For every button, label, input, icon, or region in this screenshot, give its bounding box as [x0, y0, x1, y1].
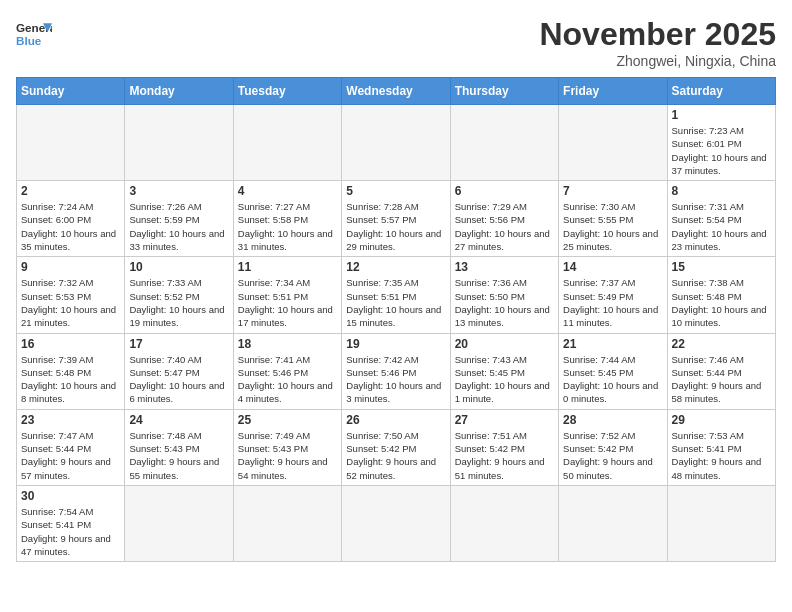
- day-info: Sunrise: 7:53 AM Sunset: 5:41 PM Dayligh…: [672, 429, 771, 482]
- day-number: 29: [672, 413, 771, 427]
- calendar-table: SundayMondayTuesdayWednesdayThursdayFrid…: [16, 77, 776, 562]
- calendar-cell: 29Sunrise: 7:53 AM Sunset: 5:41 PM Dayli…: [667, 409, 775, 485]
- calendar-cell: 15Sunrise: 7:38 AM Sunset: 5:48 PM Dayli…: [667, 257, 775, 333]
- calendar-cell: 21Sunrise: 7:44 AM Sunset: 5:45 PM Dayli…: [559, 333, 667, 409]
- calendar-cell: 25Sunrise: 7:49 AM Sunset: 5:43 PM Dayli…: [233, 409, 341, 485]
- calendar-cell: 10Sunrise: 7:33 AM Sunset: 5:52 PM Dayli…: [125, 257, 233, 333]
- day-number: 6: [455, 184, 554, 198]
- calendar-cell: 1Sunrise: 7:23 AM Sunset: 6:01 PM Daylig…: [667, 105, 775, 181]
- day-info: Sunrise: 7:27 AM Sunset: 5:58 PM Dayligh…: [238, 200, 337, 253]
- day-number: 1: [672, 108, 771, 122]
- day-info: Sunrise: 7:32 AM Sunset: 5:53 PM Dayligh…: [21, 276, 120, 329]
- day-number: 19: [346, 337, 445, 351]
- day-number: 20: [455, 337, 554, 351]
- day-number: 7: [563, 184, 662, 198]
- day-number: 17: [129, 337, 228, 351]
- calendar-week-5: 23Sunrise: 7:47 AM Sunset: 5:44 PM Dayli…: [17, 409, 776, 485]
- day-number: 4: [238, 184, 337, 198]
- calendar-cell: 4Sunrise: 7:27 AM Sunset: 5:58 PM Daylig…: [233, 181, 341, 257]
- day-info: Sunrise: 7:30 AM Sunset: 5:55 PM Dayligh…: [563, 200, 662, 253]
- calendar-cell: 22Sunrise: 7:46 AM Sunset: 5:44 PM Dayli…: [667, 333, 775, 409]
- day-number: 21: [563, 337, 662, 351]
- calendar-cell: 11Sunrise: 7:34 AM Sunset: 5:51 PM Dayli…: [233, 257, 341, 333]
- calendar-header-row: SundayMondayTuesdayWednesdayThursdayFrid…: [17, 78, 776, 105]
- day-info: Sunrise: 7:43 AM Sunset: 5:45 PM Dayligh…: [455, 353, 554, 406]
- calendar-cell: 3Sunrise: 7:26 AM Sunset: 5:59 PM Daylig…: [125, 181, 233, 257]
- calendar-cell: [17, 105, 125, 181]
- calendar-cell: [450, 485, 558, 561]
- day-header-monday: Monday: [125, 78, 233, 105]
- day-number: 25: [238, 413, 337, 427]
- calendar-cell: 23Sunrise: 7:47 AM Sunset: 5:44 PM Dayli…: [17, 409, 125, 485]
- day-number: 8: [672, 184, 771, 198]
- day-number: 13: [455, 260, 554, 274]
- day-info: Sunrise: 7:40 AM Sunset: 5:47 PM Dayligh…: [129, 353, 228, 406]
- day-info: Sunrise: 7:51 AM Sunset: 5:42 PM Dayligh…: [455, 429, 554, 482]
- day-number: 15: [672, 260, 771, 274]
- calendar-cell: 28Sunrise: 7:52 AM Sunset: 5:42 PM Dayli…: [559, 409, 667, 485]
- page-header: General Blue November 2025 Zhongwei, Nin…: [16, 16, 776, 69]
- calendar-cell: 19Sunrise: 7:42 AM Sunset: 5:46 PM Dayli…: [342, 333, 450, 409]
- day-number: 24: [129, 413, 228, 427]
- day-header-friday: Friday: [559, 78, 667, 105]
- calendar-cell: 7Sunrise: 7:30 AM Sunset: 5:55 PM Daylig…: [559, 181, 667, 257]
- calendar-cell: 24Sunrise: 7:48 AM Sunset: 5:43 PM Dayli…: [125, 409, 233, 485]
- day-number: 28: [563, 413, 662, 427]
- day-info: Sunrise: 7:23 AM Sunset: 6:01 PM Dayligh…: [672, 124, 771, 177]
- day-number: 22: [672, 337, 771, 351]
- calendar-week-6: 30Sunrise: 7:54 AM Sunset: 5:41 PM Dayli…: [17, 485, 776, 561]
- day-header-wednesday: Wednesday: [342, 78, 450, 105]
- calendar-cell: 20Sunrise: 7:43 AM Sunset: 5:45 PM Dayli…: [450, 333, 558, 409]
- day-info: Sunrise: 7:47 AM Sunset: 5:44 PM Dayligh…: [21, 429, 120, 482]
- calendar-cell: [559, 105, 667, 181]
- day-info: Sunrise: 7:37 AM Sunset: 5:49 PM Dayligh…: [563, 276, 662, 329]
- calendar-cell: [342, 485, 450, 561]
- calendar-cell: [559, 485, 667, 561]
- day-info: Sunrise: 7:26 AM Sunset: 5:59 PM Dayligh…: [129, 200, 228, 253]
- calendar-cell: 9Sunrise: 7:32 AM Sunset: 5:53 PM Daylig…: [17, 257, 125, 333]
- day-info: Sunrise: 7:33 AM Sunset: 5:52 PM Dayligh…: [129, 276, 228, 329]
- calendar-cell: 30Sunrise: 7:54 AM Sunset: 5:41 PM Dayli…: [17, 485, 125, 561]
- day-info: Sunrise: 7:42 AM Sunset: 5:46 PM Dayligh…: [346, 353, 445, 406]
- day-info: Sunrise: 7:35 AM Sunset: 5:51 PM Dayligh…: [346, 276, 445, 329]
- calendar-week-1: 1Sunrise: 7:23 AM Sunset: 6:01 PM Daylig…: [17, 105, 776, 181]
- calendar-cell: [233, 105, 341, 181]
- day-info: Sunrise: 7:29 AM Sunset: 5:56 PM Dayligh…: [455, 200, 554, 253]
- day-header-sunday: Sunday: [17, 78, 125, 105]
- day-number: 14: [563, 260, 662, 274]
- calendar-week-2: 2Sunrise: 7:24 AM Sunset: 6:00 PM Daylig…: [17, 181, 776, 257]
- day-info: Sunrise: 7:54 AM Sunset: 5:41 PM Dayligh…: [21, 505, 120, 558]
- calendar-cell: [125, 105, 233, 181]
- day-number: 23: [21, 413, 120, 427]
- calendar-cell: [125, 485, 233, 561]
- calendar-cell: [233, 485, 341, 561]
- day-number: 11: [238, 260, 337, 274]
- calendar-cell: [450, 105, 558, 181]
- day-info: Sunrise: 7:38 AM Sunset: 5:48 PM Dayligh…: [672, 276, 771, 329]
- day-info: Sunrise: 7:46 AM Sunset: 5:44 PM Dayligh…: [672, 353, 771, 406]
- calendar-cell: 8Sunrise: 7:31 AM Sunset: 5:54 PM Daylig…: [667, 181, 775, 257]
- day-number: 10: [129, 260, 228, 274]
- day-info: Sunrise: 7:50 AM Sunset: 5:42 PM Dayligh…: [346, 429, 445, 482]
- calendar-cell: 12Sunrise: 7:35 AM Sunset: 5:51 PM Dayli…: [342, 257, 450, 333]
- calendar-cell: 17Sunrise: 7:40 AM Sunset: 5:47 PM Dayli…: [125, 333, 233, 409]
- calendar-cell: [667, 485, 775, 561]
- day-number: 27: [455, 413, 554, 427]
- day-number: 18: [238, 337, 337, 351]
- calendar-cell: 14Sunrise: 7:37 AM Sunset: 5:49 PM Dayli…: [559, 257, 667, 333]
- location: Zhongwei, Ningxia, China: [539, 53, 776, 69]
- day-header-saturday: Saturday: [667, 78, 775, 105]
- month-title: November 2025: [539, 16, 776, 53]
- day-info: Sunrise: 7:49 AM Sunset: 5:43 PM Dayligh…: [238, 429, 337, 482]
- day-number: 16: [21, 337, 120, 351]
- day-number: 12: [346, 260, 445, 274]
- day-number: 30: [21, 489, 120, 503]
- calendar-cell: 2Sunrise: 7:24 AM Sunset: 6:00 PM Daylig…: [17, 181, 125, 257]
- day-number: 3: [129, 184, 228, 198]
- day-number: 2: [21, 184, 120, 198]
- logo-icon: General Blue: [16, 16, 52, 52]
- day-header-thursday: Thursday: [450, 78, 558, 105]
- day-info: Sunrise: 7:41 AM Sunset: 5:46 PM Dayligh…: [238, 353, 337, 406]
- day-info: Sunrise: 7:24 AM Sunset: 6:00 PM Dayligh…: [21, 200, 120, 253]
- day-info: Sunrise: 7:44 AM Sunset: 5:45 PM Dayligh…: [563, 353, 662, 406]
